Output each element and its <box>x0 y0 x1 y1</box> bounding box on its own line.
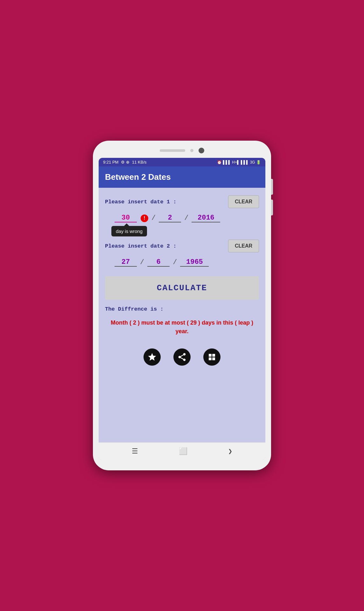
share-button[interactable] <box>173 348 191 366</box>
app-title: Between 2 Dates <box>105 172 259 182</box>
date2-label: Please insert date 2 : <box>105 243 176 249</box>
date1-error-icon: ! <box>141 214 148 222</box>
date2-sep2: / <box>173 258 177 266</box>
date2-clear-button[interactable]: CLEAR <box>228 240 259 252</box>
phone-device: 9:21 PM ⚙ ⊕ 11 KB/s ⏰ ▌▌▌ H+▌ ▌▌▌ 3G 🔋 B… <box>93 141 271 470</box>
sensor <box>190 149 193 152</box>
phone-bottom-hardware <box>99 460 265 465</box>
status-icons: ⚙ ⊕ <box>121 160 130 165</box>
date1-month-input[interactable] <box>159 214 181 222</box>
app-content: Please insert date 1 : CLEAR ! / / day i… <box>99 188 265 442</box>
day-error-tooltip: day is wrong <box>111 226 147 236</box>
date1-clear-button[interactable]: CLEAR <box>228 195 259 208</box>
date2-year-input[interactable] <box>180 258 209 267</box>
volume-up-button[interactable] <box>271 179 273 195</box>
date1-day-input[interactable] <box>115 214 137 222</box>
date1-input-row: ! / / day is wrong <box>105 214 259 222</box>
nav-back-button[interactable]: ❮ <box>228 447 232 456</box>
status-network-speed: 11 KB/s <box>132 160 147 165</box>
date2-month-input[interactable] <box>147 258 170 267</box>
phone-screen: 9:21 PM ⚙ ⊕ 11 KB/s ⏰ ▌▌▌ H+▌ ▌▌▌ 3G 🔋 B… <box>99 158 265 460</box>
calculate-button[interactable]: CALCULATE <box>105 276 259 300</box>
status-time: 9:21 PM <box>103 160 118 165</box>
difference-label: The Diffrence is : <box>105 306 259 312</box>
grid-button[interactable] <box>203 348 220 366</box>
date1-header-row: Please insert date 1 : CLEAR <box>105 195 259 208</box>
bottom-action-icons <box>105 345 259 372</box>
date1-sep1: / <box>151 214 156 222</box>
date2-input-row: / / <box>105 258 259 267</box>
status-right-icons: ⏰ ▌▌▌ H+▌ ▌▌▌ 3G 🔋 <box>217 160 261 165</box>
date1-sep2: / <box>184 214 188 222</box>
phone-nav-bar: ☰ ⬜ ❮ <box>99 442 265 460</box>
error-message: Month ( 2 ) must be at most ( 29 ) days … <box>105 319 259 336</box>
date2-header-row: Please insert date 2 : CLEAR <box>105 240 259 252</box>
favorite-button[interactable] <box>144 348 161 366</box>
title-bar: Between 2 Dates <box>99 166 265 188</box>
date1-label: Please insert date 1 : <box>105 199 176 205</box>
speaker <box>160 149 185 152</box>
date1-year-input[interactable] <box>192 214 220 222</box>
volume-down-button[interactable] <box>271 200 273 215</box>
phone-top-hardware <box>99 146 265 155</box>
status-bar: 9:21 PM ⚙ ⊕ 11 KB/s ⏰ ▌▌▌ H+▌ ▌▌▌ 3G 🔋 <box>99 158 265 166</box>
nav-home-button[interactable]: ⬜ <box>179 447 187 456</box>
date2-sep1: / <box>140 258 144 266</box>
date2-day-input[interactable] <box>115 258 137 267</box>
nav-menu-button[interactable]: ☰ <box>132 447 138 456</box>
front-camera <box>199 148 204 153</box>
